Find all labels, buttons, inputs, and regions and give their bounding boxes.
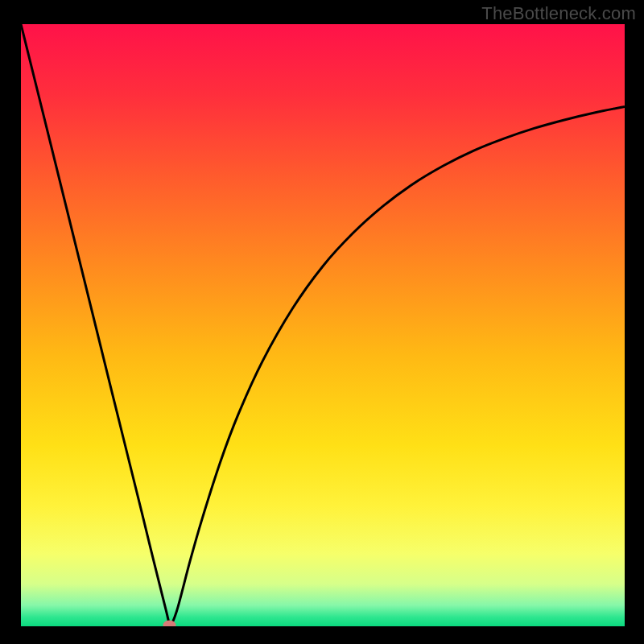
chart-frame: TheBottleneck.com (0, 0, 644, 644)
bottleneck-curve-chart (21, 24, 625, 626)
gradient-background (21, 24, 625, 626)
attribution-text: TheBottleneck.com (481, 3, 636, 24)
